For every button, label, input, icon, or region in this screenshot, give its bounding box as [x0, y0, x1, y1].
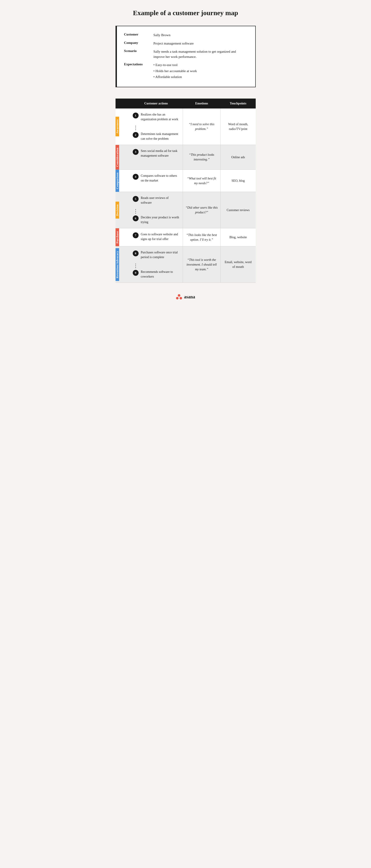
asana-brand-name: asana: [184, 294, 195, 300]
scenario-label: Scenario: [124, 49, 154, 53]
touchpoints-cell-awareness: Word of mouth, radio/TV/print: [221, 108, 256, 145]
touchpoints-cell-decision: Customer reviews: [221, 192, 256, 228]
action-item-4: 4Compares software to others on the mark…: [133, 174, 180, 183]
customer-value: Sally Brown: [154, 33, 248, 38]
svg-point-1: [176, 297, 179, 300]
expectation-item-1: Easy-to-use tool: [154, 62, 248, 68]
action-text-9: Recommends software to coworkers: [141, 270, 180, 279]
stage-label-purchase: Purchase: [116, 228, 119, 246]
table-row-retention: Retention/Advocacy8Purchases software on…: [116, 246, 256, 283]
action-item-5: 5Reads user reviews of software: [133, 195, 180, 205]
footer: asana: [116, 293, 256, 300]
actions-cell-consideration: 3Sees social media ad for task managemen…: [129, 145, 183, 169]
action-text-8: Purchases software once trial period is …: [141, 250, 180, 259]
table-row-comparison: Comparison4Compares software to others o…: [116, 169, 256, 192]
info-row-expectations: Expectations Easy-to-use tool Holds her …: [124, 62, 248, 81]
action-text-5: Reads user reviews of software: [141, 195, 180, 205]
touchpoints-cell-purchase: Blog, website: [221, 228, 256, 246]
action-number-7: 7: [133, 232, 138, 238]
action-text-3: Sees social media ad for task management…: [141, 149, 180, 158]
action-number-4: 4: [133, 174, 138, 180]
journey-table: Customer actions Emotions Touchpoints Aw…: [116, 98, 256, 283]
asana-icon: [176, 293, 182, 300]
dot-connector: [135, 209, 136, 214]
action-item-8: 8Purchases software once trial period is…: [133, 250, 180, 259]
emotions-cell-purchase: “This looks like the best option. I’ll t…: [183, 228, 220, 246]
action-item-2: 2Determines task management can solve th…: [133, 131, 180, 141]
stage-cell-consideration: Consideration: [116, 145, 129, 169]
action-item-9: 9Recommends software to coworkers: [133, 270, 180, 279]
action-number-9: 9: [133, 270, 138, 276]
touchpoints-col-header: Touchpoints: [221, 98, 256, 108]
touchpoints-cell-retention: Email, website, word of mouth: [221, 246, 256, 283]
emotions-cell-decision: “Did other users like this product?”: [183, 192, 220, 228]
touchpoints-cell-comparison: SEO, blog: [221, 169, 256, 192]
actions-cell-comparison: 4Compares software to others on the mark…: [129, 169, 183, 192]
page-title: Example of a customer journey map: [116, 9, 256, 17]
emotions-cell-retention: “This tool is worth the investment. I sh…: [183, 246, 220, 283]
action-number-5: 5: [133, 196, 138, 202]
info-card: Customer Sally Brown Company Project man…: [116, 26, 256, 87]
expectations-label: Expectations: [124, 62, 154, 66]
touchpoints-cell-consideration: Online ads: [221, 145, 256, 169]
asana-logo: asana: [176, 293, 195, 300]
info-row-company: Company Project management software: [124, 41, 248, 46]
stage-label-decision: Decision: [116, 202, 119, 219]
stage-label-comparison: Comparison: [116, 170, 119, 192]
emotions-cell-consideration: “This product looks interesting.”: [183, 145, 220, 169]
stage-label-awareness: Awareness: [116, 117, 119, 136]
dot-connector: [135, 126, 136, 130]
emotions-col-header: Emotions: [183, 98, 220, 108]
table-row-awareness: Awareness1Realizes she has an organizati…: [116, 108, 256, 145]
stage-label-retention: Retention/Advocacy: [116, 248, 119, 281]
action-number-8: 8: [133, 250, 138, 256]
action-number-2: 2: [133, 132, 138, 138]
company-label: Company: [124, 41, 154, 45]
table-row-purchase: Purchase7Goes to software website and si…: [116, 228, 256, 246]
expectations-list: Easy-to-use tool Holds her accountable a…: [154, 62, 248, 81]
svg-point-2: [180, 297, 182, 300]
company-value: Project management software: [154, 41, 248, 46]
stage-cell-purchase: Purchase: [116, 228, 129, 246]
action-number-6: 6: [133, 215, 138, 221]
action-text-1: Realizes she has an organization problem…: [141, 112, 180, 122]
stage-cell-comparison: Comparison: [116, 169, 129, 192]
stage-cell-retention: Retention/Advocacy: [116, 246, 129, 283]
info-row-scenario: Scenario Sally needs a task management s…: [124, 49, 248, 59]
action-text-4: Compares software to others on the marke…: [141, 174, 180, 183]
table-row-decision: Decision5Reads user reviews of software6…: [116, 192, 256, 228]
actions-cell-purchase: 7Goes to software website and signs up f…: [129, 228, 183, 246]
actions-cell-awareness: 1Realizes she has an organization proble…: [129, 108, 183, 145]
expectation-item-3: Affordable solution: [154, 74, 248, 80]
info-row-customer: Customer Sally Brown: [124, 33, 248, 38]
svg-point-0: [178, 294, 180, 297]
action-item-7: 7Goes to software website and signs up f…: [133, 232, 180, 241]
action-item-3: 3Sees social media ad for task managemen…: [133, 149, 180, 158]
expectation-item-2: Holds her accountable at work: [154, 68, 248, 74]
customer-label: Customer: [124, 33, 154, 36]
emotions-cell-comparison: “What tool will best fit my needs?”: [183, 169, 220, 192]
action-text-7: Goes to software website and signs up fo…: [141, 232, 180, 241]
action-item-1: 1Realizes she has an organization proble…: [133, 112, 180, 122]
action-number-1: 1: [133, 113, 138, 119]
table-header-row: Customer actions Emotions Touchpoints: [116, 98, 256, 108]
emotions-cell-awareness: “I need to solve this problem.”: [183, 108, 220, 145]
scenario-value: Sally needs a task management solution t…: [154, 49, 248, 59]
dot-connector: [135, 264, 136, 268]
action-text-6: Decides your product is worth trying: [141, 215, 180, 224]
stage-col-header: [116, 98, 129, 108]
stage-cell-awareness: Awareness: [116, 108, 129, 145]
actions-col-header: Customer actions: [129, 98, 183, 108]
stage-cell-decision: Decision: [116, 192, 129, 228]
table-row-consideration: Consideration3Sees social media ad for t…: [116, 145, 256, 169]
action-number-3: 3: [133, 149, 138, 155]
action-text-2: Determines task management can solve the…: [141, 131, 180, 141]
actions-cell-decision: 5Reads user reviews of software6Decides …: [129, 192, 183, 228]
action-item-6: 6Decides your product is worth trying: [133, 215, 180, 224]
stage-label-consideration: Consideration: [116, 145, 119, 169]
actions-cell-retention: 8Purchases software once trial period is…: [129, 246, 183, 283]
